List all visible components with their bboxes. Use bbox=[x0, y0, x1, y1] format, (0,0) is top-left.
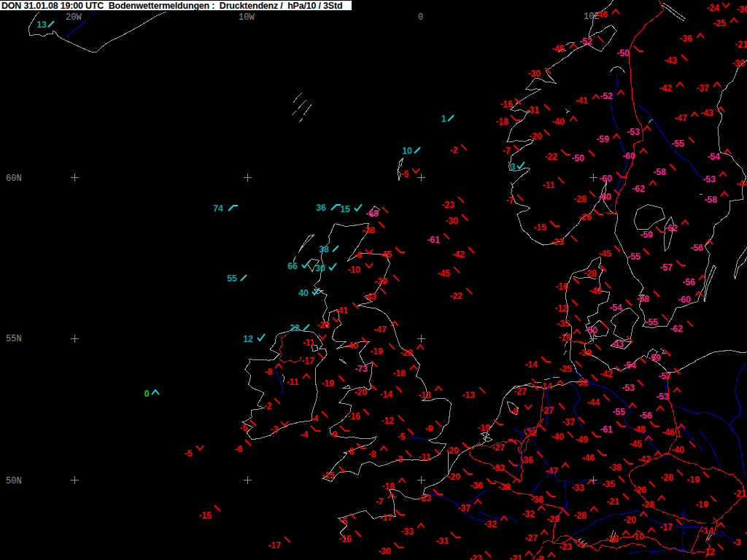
svg-text:-32: -32 bbox=[522, 509, 535, 519]
svg-text:-5: -5 bbox=[340, 516, 348, 526]
svg-text:10: 10 bbox=[402, 146, 412, 156]
svg-text:10W: 10W bbox=[239, 12, 255, 23]
svg-text:-38: -38 bbox=[498, 482, 511, 492]
svg-text:-2: -2 bbox=[450, 145, 458, 155]
svg-text:60N: 60N bbox=[6, 174, 22, 184]
svg-text:0: 0 bbox=[418, 12, 423, 23]
svg-text:-28: -28 bbox=[573, 510, 587, 521]
svg-text:-18: -18 bbox=[382, 481, 395, 491]
svg-text:-28: -28 bbox=[660, 472, 673, 483]
svg-text:-46: -46 bbox=[662, 427, 675, 438]
svg-text:-7: -7 bbox=[376, 497, 384, 507]
svg-text:-27: -27 bbox=[492, 443, 505, 453]
svg-text:-19: -19 bbox=[370, 346, 383, 357]
svg-text:-37: -37 bbox=[562, 417, 575, 427]
svg-text:-19: -19 bbox=[477, 423, 490, 433]
svg-text:-38: -38 bbox=[575, 378, 588, 388]
svg-text:-23: -23 bbox=[418, 493, 431, 503]
svg-text:50N: 50N bbox=[6, 476, 22, 486]
svg-text:-28: -28 bbox=[641, 499, 654, 510]
svg-text:-11: -11 bbox=[287, 377, 299, 387]
svg-text:12: 12 bbox=[243, 334, 253, 344]
svg-text:-45: -45 bbox=[379, 249, 392, 260]
svg-text:-60: -60 bbox=[599, 174, 612, 184]
svg-text:-37: -37 bbox=[696, 83, 709, 93]
svg-text:-15: -15 bbox=[533, 222, 546, 233]
svg-text:-62: -62 bbox=[665, 223, 678, 233]
svg-text:-24: -24 bbox=[706, 3, 719, 13]
svg-text:-38: -38 bbox=[362, 225, 375, 236]
svg-text:30: 30 bbox=[315, 263, 325, 273]
svg-text:-28: -28 bbox=[400, 348, 413, 358]
svg-text:-20: -20 bbox=[529, 131, 542, 141]
svg-text:-30: -30 bbox=[736, 4, 747, 15]
svg-text:40: 40 bbox=[298, 288, 309, 298]
svg-text:-16: -16 bbox=[555, 281, 568, 292]
svg-text:-40: -40 bbox=[551, 432, 564, 442]
svg-text:-61: -61 bbox=[427, 235, 440, 245]
svg-text:-23: -23 bbox=[469, 553, 482, 560]
svg-text:-19: -19 bbox=[686, 475, 700, 485]
svg-text:-8: -8 bbox=[536, 554, 544, 560]
svg-text:-13: -13 bbox=[418, 390, 431, 400]
svg-text:-12: -12 bbox=[554, 303, 568, 314]
svg-text:-29: -29 bbox=[546, 514, 560, 524]
svg-text:-54: -54 bbox=[707, 152, 720, 162]
svg-text:-50: -50 bbox=[571, 153, 584, 163]
svg-text:-3: -3 bbox=[271, 424, 279, 435]
svg-text:-46: -46 bbox=[595, 9, 608, 20]
svg-text:-56: -56 bbox=[682, 277, 695, 287]
svg-text:13: 13 bbox=[36, 20, 47, 30]
svg-text:-8: -8 bbox=[511, 406, 519, 416]
svg-text:-30: -30 bbox=[378, 546, 391, 556]
svg-text:-9: -9 bbox=[425, 424, 433, 434]
svg-text:-38: -38 bbox=[608, 462, 622, 472]
svg-text:-21: -21 bbox=[735, 39, 747, 50]
svg-text:-47: -47 bbox=[374, 324, 387, 335]
svg-text:-8: -8 bbox=[368, 449, 376, 459]
svg-text:66: 66 bbox=[287, 261, 298, 271]
svg-text:-56: -56 bbox=[639, 411, 652, 421]
svg-text:-8: -8 bbox=[347, 446, 355, 456]
svg-text:-31: -31 bbox=[436, 536, 449, 546]
svg-text:-12: -12 bbox=[381, 416, 394, 426]
svg-text:-40: -40 bbox=[551, 117, 565, 127]
svg-text:-42: -42 bbox=[638, 454, 651, 464]
svg-text:-35: -35 bbox=[557, 319, 570, 329]
svg-text:-28: -28 bbox=[573, 194, 587, 204]
svg-text:-43: -43 bbox=[664, 55, 677, 66]
svg-text:-11: -11 bbox=[303, 338, 315, 348]
svg-text:-16: -16 bbox=[338, 534, 352, 544]
svg-text:-21: -21 bbox=[733, 489, 746, 499]
svg-text:-17: -17 bbox=[659, 522, 673, 532]
svg-text:-58: -58 bbox=[636, 294, 649, 304]
svg-text:-50: -50 bbox=[584, 325, 597, 335]
svg-text:-27: -27 bbox=[525, 533, 538, 543]
svg-text:-36: -36 bbox=[470, 481, 483, 491]
svg-text:-62: -62 bbox=[632, 184, 645, 194]
svg-text:-20: -20 bbox=[623, 515, 636, 525]
svg-text:-55: -55 bbox=[612, 407, 625, 417]
svg-text:1: 1 bbox=[441, 114, 446, 124]
svg-text:-69: -69 bbox=[365, 209, 379, 219]
svg-text:0: 0 bbox=[144, 389, 150, 399]
svg-text:-28: -28 bbox=[584, 268, 597, 279]
svg-text:74: 74 bbox=[213, 203, 223, 214]
svg-text:-26: -26 bbox=[633, 485, 646, 495]
svg-text:-11: -11 bbox=[543, 180, 555, 190]
svg-text:-44: -44 bbox=[736, 179, 747, 189]
svg-text:-73: -73 bbox=[355, 364, 368, 374]
svg-text:-9: -9 bbox=[330, 429, 338, 440]
svg-text:-3: -3 bbox=[733, 537, 741, 548]
svg-text:-15: -15 bbox=[198, 510, 212, 521]
svg-text:-27: -27 bbox=[541, 405, 554, 416]
svg-text:-18: -18 bbox=[392, 368, 406, 378]
svg-text:38: 38 bbox=[319, 244, 329, 254]
svg-text:-42: -42 bbox=[659, 83, 672, 93]
svg-text:-40: -40 bbox=[671, 445, 684, 455]
svg-text:-20: -20 bbox=[354, 387, 367, 397]
svg-text:-50: -50 bbox=[616, 48, 630, 58]
svg-text:-20: -20 bbox=[446, 446, 459, 456]
svg-text:-16: -16 bbox=[500, 99, 513, 109]
svg-text:-40: -40 bbox=[345, 341, 358, 351]
